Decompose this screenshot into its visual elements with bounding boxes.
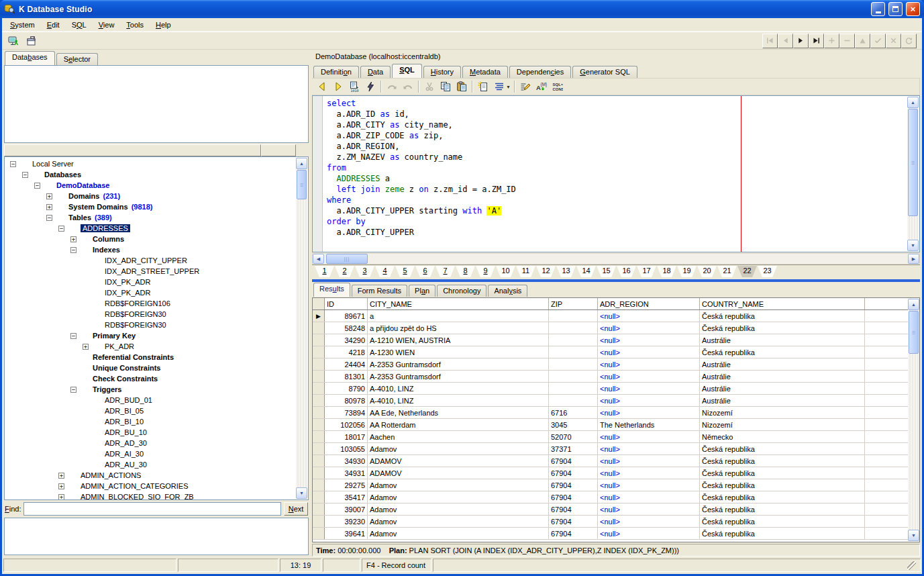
row-selector[interactable] (313, 528, 325, 539)
grid-cell[interactable]: <null> (598, 491, 700, 503)
expand-icon[interactable]: + (46, 204, 52, 210)
row-selector[interactable] (313, 346, 325, 358)
grid-cell[interactable]: <null> (598, 310, 700, 322)
editor-scrollbar-thumb[interactable]: ☰ (908, 109, 918, 216)
query-page-tab-6[interactable]: 6 (415, 266, 435, 277)
grid-cell[interactable]: <null> (598, 479, 700, 491)
tab-data[interactable]: Data (360, 66, 391, 78)
edit-sql-button[interactable] (517, 79, 533, 94)
execute-query-button[interactable] (362, 79, 378, 94)
collapse-icon[interactable]: − (70, 387, 76, 393)
query-page-tab-16[interactable]: 16 (617, 266, 636, 277)
menu-system[interactable]: System (4, 19, 41, 31)
grid-cell[interactable]: <null> (598, 383, 700, 394)
query-page-tab-10[interactable]: 10 (496, 266, 515, 277)
grid-cell[interactable]: A-1230 WIEN (368, 346, 549, 358)
tree-item-indexes[interactable]: −Indexes (6, 244, 296, 255)
grid-row[interactable]: 34930ADAMOV67904<null>Česká republika (313, 455, 908, 467)
grid-cell[interactable]: <null> (598, 371, 700, 382)
grid-cell[interactable]: 67904 (549, 467, 598, 479)
grid-cell[interactable]: 8790 (325, 383, 368, 394)
collapse-icon[interactable]: − (10, 161, 16, 167)
tree-item-demodatabase[interactable]: −DemoDatabase (6, 180, 296, 191)
grid-row[interactable]: 73894AA Ede, Netherlands6716<null>Nizoze… (313, 407, 908, 419)
expand-icon[interactable]: + (70, 236, 76, 242)
grid-cell[interactable]: ADAMOV (368, 467, 549, 479)
undo-button[interactable] (400, 79, 416, 94)
scroll-down-icon[interactable]: ▼ (907, 240, 919, 251)
row-selector[interactable] (313, 479, 325, 491)
grid-cell[interactable] (549, 334, 598, 346)
dropdown-arrow-icon[interactable]: ▼ (506, 85, 511, 89)
grid-cell[interactable]: Austrálie (700, 395, 865, 406)
grid-scrollbar[interactable]: ▲ ☰ ▼ (908, 299, 919, 541)
sql-constants-button[interactable]: SQL=CONS (550, 79, 566, 94)
grid-cell[interactable]: 58248 (325, 322, 368, 334)
grid-cell[interactable]: 103055 (325, 443, 368, 454)
tab-plan[interactable]: Plan (409, 285, 435, 297)
refresh-record-button[interactable] (901, 34, 917, 48)
query-page-tab-22[interactable]: 22 (737, 266, 757, 277)
grid-column-header-city_name[interactable]: CITY_NAME (368, 298, 549, 309)
grid-cell[interactable]: Německo (700, 431, 865, 442)
row-selector[interactable] (313, 467, 325, 479)
post-record-button[interactable] (870, 34, 886, 48)
tree-item-rdb-foreign30[interactable]: RDB$FOREIGN30 (6, 320, 296, 330)
grid-cell[interactable]: <null> (598, 407, 700, 418)
grid-column-header-id[interactable]: ID (325, 298, 368, 309)
grid-cell[interactable]: ADAMOV (368, 455, 549, 467)
grid-cell[interactable]: <null> (598, 346, 700, 358)
grid-cell[interactable]: 37371 (549, 443, 598, 454)
query-page-tab-12[interactable]: 12 (536, 266, 556, 277)
scroll-left-icon[interactable]: ◀ (313, 254, 324, 264)
grid-cell[interactable]: 39641 (325, 528, 368, 539)
menu-edit[interactable]: Edit (41, 19, 66, 31)
grid-cell[interactable]: <null> (598, 503, 700, 515)
tree-item-check-constraints[interactable]: Check Constraints (6, 373, 296, 384)
grid-cell[interactable]: <null> (598, 516, 700, 527)
grid-cell[interactable]: Adamov (368, 528, 549, 539)
delete-record-button[interactable] (839, 34, 855, 48)
menu-help[interactable]: Help (150, 19, 177, 31)
insert-record-button[interactable] (824, 34, 839, 48)
tab-generator-sql[interactable]: Generator SQL (572, 66, 637, 78)
sql-code[interactable]: select a.ADR_ID as id, a.ADR_CITY as cit… (323, 96, 516, 252)
grid-cell[interactable]: 67904 (549, 455, 598, 467)
grid-cell[interactable]: Adamov (368, 479, 549, 491)
grid-cell[interactable]: 34930 (325, 455, 368, 467)
tab-history[interactable]: History (423, 66, 461, 78)
query-page-tab-5[interactable]: 5 (395, 266, 415, 277)
grid-cell[interactable]: <null> (598, 455, 700, 467)
row-selector[interactable] (313, 395, 325, 406)
grid-cell[interactable]: 18017 (325, 431, 368, 442)
row-selector[interactable] (313, 371, 325, 382)
menu-tools[interactable]: Tools (120, 19, 150, 31)
query-page-tab-13[interactable]: 13 (556, 266, 576, 277)
grid-cell[interactable]: <null> (598, 431, 700, 442)
grid-cell[interactable]: Adamov (368, 503, 549, 515)
resize-grip[interactable] (907, 561, 916, 570)
collapse-icon[interactable]: − (70, 333, 76, 339)
tree-item-adr-bi-05[interactable]: ADR_BI_05 (6, 405, 296, 416)
tree-item-adr-bi-10[interactable]: ADR_BI_10 (6, 416, 296, 427)
grid-cell[interactable]: 34931 (325, 467, 368, 479)
tab-sql[interactable]: SQL (392, 64, 422, 78)
grid-cell[interactable] (549, 358, 598, 370)
grid-cell[interactable]: 4218 (325, 346, 368, 358)
tab-results[interactable]: Results (313, 283, 350, 297)
tree-item-admin-action-categories[interactable]: +ADMIN_ACTION_CATEGORIES (6, 481, 296, 491)
grid-cell[interactable]: 3045 (549, 419, 598, 430)
query-page-tab-2[interactable]: 2 (335, 266, 354, 277)
tree-item-idx-adr-city-upper[interactable]: IDX_ADR_CITY_UPPER (6, 255, 296, 266)
row-selector[interactable] (313, 516, 325, 527)
grid-cell[interactable]: <null> (598, 322, 700, 334)
grid-cell[interactable] (549, 395, 598, 406)
tree-item-columns[interactable]: +Columns (6, 234, 296, 244)
grid-cell[interactable] (549, 322, 598, 334)
grid-cell[interactable]: Nizozemí (700, 419, 865, 430)
grid-row[interactable]: 39230Adamov67904<null>Česká republika (313, 516, 908, 528)
expand-icon[interactable]: + (58, 473, 64, 479)
grid-cell[interactable]: A-4010, LINZ (368, 395, 549, 406)
find-input[interactable] (23, 502, 281, 516)
maximize-button[interactable] (888, 2, 903, 16)
